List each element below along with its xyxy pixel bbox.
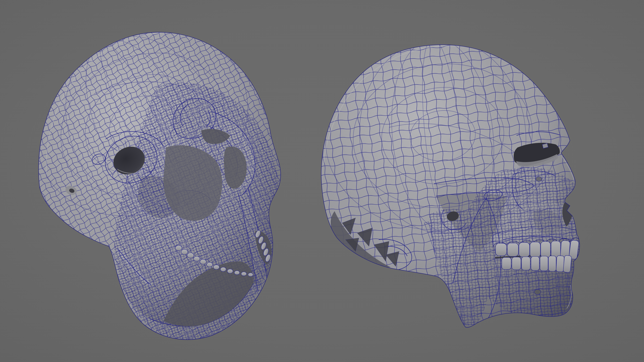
mental-foramen	[534, 290, 541, 295]
infraorbital-foramen	[536, 177, 542, 181]
3d-viewport[interactable]	[0, 0, 644, 362]
viewport-canvas[interactable]	[0, 0, 644, 362]
